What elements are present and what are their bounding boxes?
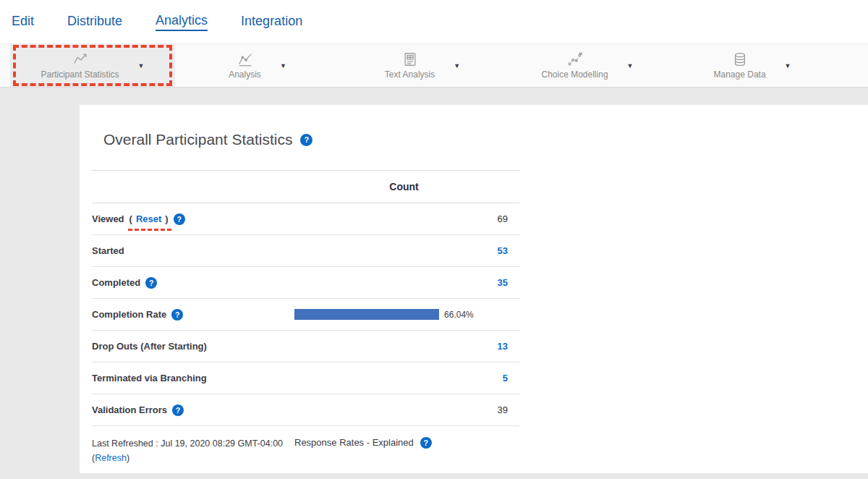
- table-header: Count: [92, 170, 519, 203]
- participant-statistics-card: Overall Participant Statistics Count Vie…: [80, 105, 868, 473]
- toolbar-item-label: Text Analysis: [385, 69, 435, 80]
- row-value: 69: [294, 213, 514, 224]
- table-row-drop-outs: Drop Outs (After Starting) 13: [92, 331, 519, 363]
- row-label: Completion Rate: [92, 309, 166, 320]
- toolbar-item-text-analysis[interactable]: Text Analysis: [340, 44, 505, 87]
- reset-link[interactable]: Reset: [136, 213, 161, 224]
- choice-modelling-scatter-icon: [566, 51, 584, 67]
- close-paren: ): [165, 213, 168, 224]
- help-icon[interactable]: [171, 309, 183, 321]
- row-value: 39: [294, 404, 514, 415]
- table-row-started: Started 53: [92, 235, 519, 267]
- row-label: Started: [92, 245, 124, 256]
- toolbar-item-participant-statistics[interactable]: Participant Statistics: [10, 44, 175, 87]
- chevron-down-icon[interactable]: [785, 62, 791, 69]
- chevron-down-icon[interactable]: [280, 62, 286, 69]
- toolbar-item-choice-modelling[interactable]: Choice Modelling: [505, 44, 670, 87]
- response-rates-explained: Response Rates - Explained: [294, 436, 432, 465]
- chevron-down-icon[interactable]: [627, 62, 634, 69]
- table-footer: Last Refreshed : Jul 19, 2020 08:29 GMT-…: [92, 426, 519, 465]
- chevron-down-icon[interactable]: [138, 62, 145, 69]
- row-value: 53: [294, 245, 514, 256]
- completion-rate-value: 66.04%: [444, 310, 474, 320]
- help-icon[interactable]: [300, 134, 312, 146]
- toolbar-item-label: Manage Data: [714, 69, 766, 80]
- content-area: Overall Participant Statistics Count Vie…: [0, 88, 868, 479]
- table-row-completion-rate: Completion Rate 66.04%: [92, 299, 519, 331]
- chevron-down-icon[interactable]: [454, 62, 460, 69]
- toolbar-item-analysis[interactable]: Analysis: [175, 44, 340, 87]
- table-row-validation-errors: Validation Errors 39: [92, 394, 519, 426]
- nav-item-analytics[interactable]: Analytics: [156, 13, 208, 31]
- row-value: 35: [294, 277, 514, 288]
- close-paren: ): [127, 453, 129, 463]
- nav-item-distribute[interactable]: Distribute: [67, 14, 122, 30]
- completion-rate-bar-fill: [294, 309, 439, 320]
- row-label: Validation Errors: [92, 404, 167, 415]
- table-row-terminated: Terminated via Branching 5: [92, 363, 519, 394]
- toolbar-item-label: Choice Modelling: [542, 69, 608, 80]
- help-icon[interactable]: [174, 213, 185, 225]
- last-refreshed-text: Last Refreshed : Jul 19, 2020 08:29 GMT-…: [92, 436, 294, 465]
- text-analysis-grid-icon: [401, 51, 419, 67]
- nav-item-edit[interactable]: Edit: [12, 14, 34, 30]
- help-icon[interactable]: [172, 404, 184, 416]
- page-title: Overall Participant Statistics: [103, 131, 292, 148]
- row-label: Viewed: [92, 213, 124, 224]
- row-label: Completed: [92, 277, 140, 288]
- analysis-chart-icon: [237, 51, 254, 67]
- row-value: 5: [294, 373, 514, 383]
- database-icon: [731, 51, 749, 67]
- refresh-link[interactable]: Refresh: [95, 453, 127, 463]
- help-icon[interactable]: [420, 437, 432, 449]
- top-nav: Edit Distribute Analytics Integration: [0, 0, 868, 43]
- toolbar-item-label: Analysis: [229, 69, 261, 80]
- participant-statistics-chart-icon: [72, 51, 89, 67]
- response-rates-label: Response Rates - Explained: [294, 437, 414, 448]
- help-icon[interactable]: [145, 277, 157, 289]
- analytics-toolbar: Participant Statistics Analysis: [0, 43, 868, 88]
- row-value: 13: [294, 341, 514, 352]
- annotation-underline: [128, 229, 171, 231]
- toolbar-item-manage-data[interactable]: Manage Data: [670, 44, 835, 87]
- toolbar-item-label: Participant Statistics: [41, 69, 119, 80]
- count-column-header: Count: [294, 181, 514, 192]
- completion-rate-bar: 66.04%: [294, 309, 514, 320]
- statistics-table: Count Viewed ( Reset ) 69 Star: [92, 170, 519, 465]
- open-paren: (: [129, 213, 132, 224]
- table-row-viewed: Viewed ( Reset ) 69: [92, 203, 519, 235]
- table-row-completed: Completed 35: [92, 267, 519, 299]
- row-label: Drop Outs (After Starting): [92, 341, 207, 352]
- nav-item-integration[interactable]: Integration: [241, 14, 302, 30]
- row-label: Terminated via Branching: [92, 373, 207, 383]
